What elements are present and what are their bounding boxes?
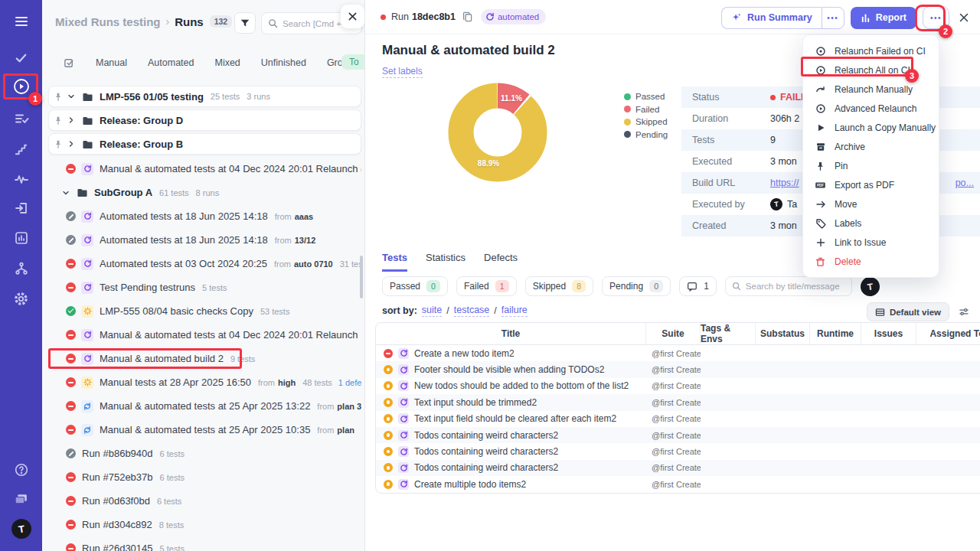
table-row[interactable]: Create a new todo item2@first Create ...: [376, 345, 980, 361]
chevron-down-icon[interactable]: [67, 92, 78, 101]
run-summary-button[interactable]: Run Summary: [721, 7, 822, 29]
menu-item-link-to-issue[interactable]: Link to Issue: [803, 233, 939, 252]
tests-search-input[interactable]: [746, 282, 845, 291]
defects-count[interactable]: 1 defects: [338, 378, 361, 387]
tab-chip-total[interactable]: To: [341, 54, 365, 70]
panel-close-button[interactable]: [341, 5, 364, 28]
pulse-icon[interactable]: [0, 168, 42, 190]
run-tab-unfinished[interactable]: Unfinished: [261, 57, 306, 68]
run-row[interactable]: Run #0d63f0bd6 tests: [48, 489, 361, 513]
stairs-icon[interactable]: [0, 139, 42, 160]
column-header-tags-envs[interactable]: Tags & Envs: [701, 323, 756, 344]
filter-chip-pending[interactable]: Pending0: [602, 276, 671, 296]
column-header-runtime[interactable]: Runtime: [810, 323, 861, 344]
menu-item-advanced-relaunch[interactable]: Advanced Relaunch: [803, 99, 939, 118]
run-row[interactable]: Run #b86b940d6 tests: [48, 442, 361, 465]
more-actions-button[interactable]: •••: [923, 6, 949, 29]
run-row[interactable]: LMP-555 08/04 basic checks Copy53 tests: [48, 299, 361, 323]
chevron-down-icon[interactable]: [61, 188, 73, 197]
menu-item-pin[interactable]: Pin: [803, 156, 939, 175]
breadcrumb-section[interactable]: Runs: [175, 15, 204, 28]
run-tab-automated[interactable]: Automated: [148, 57, 194, 68]
run-row[interactable]: Test Pending testruns5 tests: [48, 276, 361, 299]
assignee-avatar[interactable]: T: [859, 276, 880, 297]
menu-item-labels[interactable]: Labels: [803, 214, 939, 233]
run-row[interactable]: Run #26d301455 tests: [48, 536, 361, 551]
run-row[interactable]: Automated tests at 18 Jun 2025 14:18from…: [48, 228, 361, 252]
tab-tests[interactable]: Tests: [382, 252, 407, 272]
table-row[interactable]: Text input field should be cleared after…: [376, 411, 980, 427]
run-group-row[interactable]: Release: Group D: [48, 109, 361, 131]
column-header-title[interactable]: Title: [376, 323, 646, 344]
copy-icon[interactable]: [462, 11, 472, 22]
projects-icon[interactable]: [0, 487, 42, 509]
menu-item-relaunch-failed-on-ci[interactable]: Relaunch Failed on CI: [803, 41, 939, 60]
run-row[interactable]: Run #752eb37b6 tests: [48, 465, 361, 489]
default-view-button[interactable]: Default view: [867, 302, 949, 321]
menu-item-move[interactable]: Move: [803, 194, 939, 214]
table-row[interactable]: Footer should be visible when adding TOD…: [376, 361, 980, 377]
run-row[interactable]: Run #d304c8928 tests: [48, 513, 361, 536]
table-row[interactable]: Todos containing weird characters2@first…: [376, 443, 980, 459]
filter-chip-failed[interactable]: Failed1: [456, 276, 517, 296]
tab-defects[interactable]: Defects: [484, 252, 518, 272]
menu-item-delete[interactable]: Delete: [803, 252, 939, 271]
menu-item-relaunch-manually[interactable]: Relaunch Manually: [803, 80, 939, 99]
run-row[interactable]: Automated tests at 03 Oct 2024 20:25from…: [48, 252, 361, 276]
run-group-row[interactable]: Release: Group B: [48, 133, 361, 155]
run-summary-more-button[interactable]: •••: [822, 7, 844, 29]
tests-search[interactable]: [725, 276, 852, 296]
set-labels-link[interactable]: Set labels: [382, 66, 423, 78]
column-header-issues[interactable]: Issues: [861, 323, 916, 344]
sort-by-failure[interactable]: failure: [501, 305, 528, 317]
sort-by-suite[interactable]: suite: [422, 305, 442, 317]
menu-item-launch-a-copy-manually[interactable]: Launch a Copy Manually: [803, 118, 939, 137]
sliders-icon[interactable]: [959, 307, 969, 317]
checklist-icon[interactable]: [0, 108, 42, 129]
chevron-right-icon[interactable]: [67, 116, 78, 125]
table-row[interactable]: Todos containing weird characters2@first…: [376, 460, 980, 476]
run-tab-mixed[interactable]: Mixed: [214, 57, 240, 68]
run-group-row[interactable]: SubGroup A61 tests8 runs: [48, 181, 361, 204]
filter-button[interactable]: [234, 12, 256, 34]
filter-chip-passed[interactable]: Passed0: [382, 276, 448, 296]
run-row[interactable]: Manual & automated tests at 25 Apr 2025 …: [48, 394, 361, 418]
run-row[interactable]: Manual & automated build 29 tests: [48, 347, 361, 370]
comments-chip[interactable]: 1: [679, 276, 717, 296]
help-icon[interactable]: [0, 459, 42, 481]
analytics-icon[interactable]: [0, 227, 42, 249]
run-row[interactable]: Automated tests at 18 Jun 2025 14:18from…: [48, 204, 361, 228]
sort-by-testcase[interactable]: testcase: [454, 305, 490, 317]
report-button[interactable]: Report: [851, 7, 916, 29]
table-row[interactable]: Create multiple todo items2@first Create…: [376, 476, 980, 492]
play-circle-icon[interactable]: [0, 76, 42, 97]
user-avatar[interactable]: T: [0, 518, 42, 540]
run-row[interactable]: Manual & automated tests at 04 Dec 2024 …: [48, 323, 361, 347]
column-header-assigned-to[interactable]: Assigned To: [916, 323, 980, 344]
filter-chip-skipped[interactable]: Skipped8: [525, 276, 593, 296]
run-row[interactable]: Manual & automated tests at 25 Apr 2025 …: [48, 418, 361, 442]
column-header-suite[interactable]: Suite: [646, 323, 701, 344]
column-header-substatus[interactable]: Substatus: [756, 323, 810, 344]
tab-statistics[interactable]: Statistics: [426, 252, 466, 272]
select-runs-icon[interactable]: [64, 57, 75, 69]
gear-icon[interactable]: [0, 288, 42, 309]
detail-value[interactable]: https://: [770, 178, 799, 188]
scrollbar-thumb[interactable]: [360, 256, 363, 298]
import-icon[interactable]: [0, 197, 42, 219]
table-row[interactable]: Text input should be trimmed2@first Crea…: [376, 394, 980, 410]
build-url-tail[interactable]: po...: [956, 178, 974, 188]
run-row[interactable]: Manual & automated tests at 04 Dec 2024 …: [48, 157, 361, 181]
table-row[interactable]: Todos containing weird characters2@first…: [376, 427, 980, 443]
menu-icon[interactable]: [0, 11, 42, 32]
menu-item-export-as-pdf[interactable]: PDFExport as PDF: [803, 175, 939, 194]
chevron-right-icon[interactable]: [67, 139, 78, 148]
run-tab-manual[interactable]: Manual: [96, 57, 127, 68]
table-row[interactable]: New todos should be added to the bottom …: [376, 378, 980, 394]
close-run-button[interactable]: [956, 9, 972, 26]
run-group-row[interactable]: LMP-556 01/05 testing25 tests3 runs: [48, 86, 361, 107]
breadcrumb-project[interactable]: Mixed Runs testing: [55, 15, 161, 28]
branch-icon[interactable]: [0, 258, 42, 279]
menu-item-relaunch-all-on-ci[interactable]: Relaunch All on CI: [803, 60, 939, 80]
menu-item-archive[interactable]: Archive: [803, 137, 939, 156]
